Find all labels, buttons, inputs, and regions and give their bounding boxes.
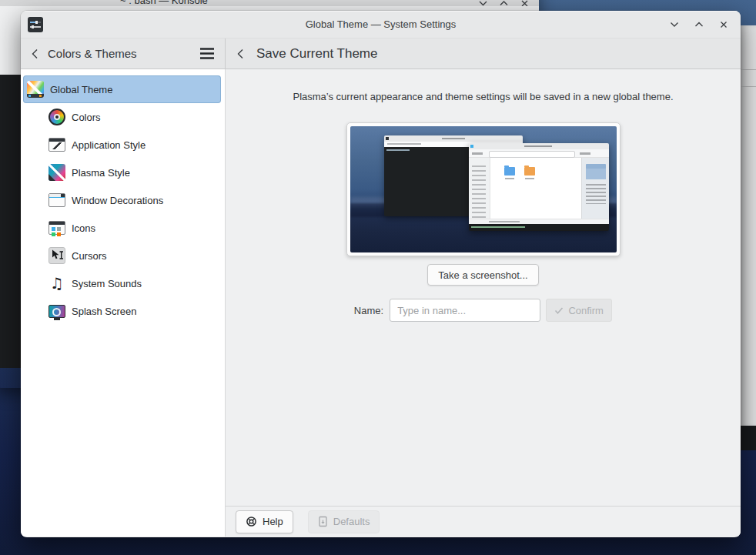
sidebar-item-application-style[interactable]: Application Style bbox=[23, 131, 221, 159]
name-label: Name: bbox=[354, 305, 383, 316]
theme-name-row: Name: Confirm bbox=[226, 299, 741, 322]
sidebar-item-plasma-style[interactable]: Plasma Style bbox=[23, 159, 221, 186]
save-theme-page: Plasma’s current appearance and theme se… bbox=[226, 69, 741, 537]
sidebar-item-label: Icons bbox=[72, 222, 95, 234]
sidebar-item-splash-screen[interactable]: Splash Screen bbox=[23, 297, 221, 325]
background-konsole-titlebar[interactable]: ~ : bash — Konsole bbox=[0, 0, 539, 6]
window-title: Global Theme — System Settings bbox=[21, 18, 741, 30]
sidebar-item-label: Colors bbox=[72, 112, 101, 123]
defaults-button-label: Defaults bbox=[333, 516, 370, 527]
sidebar-item-label: System Sounds bbox=[72, 278, 142, 289]
sidebar-item-label: Window Decorations bbox=[72, 195, 163, 206]
sidebar-item-label: Splash Screen bbox=[72, 306, 137, 317]
help-lifebuoy-icon bbox=[246, 516, 257, 527]
background-konsole-window-controls bbox=[478, 0, 530, 6]
window-controls bbox=[668, 11, 730, 38]
background-window-right-edge bbox=[739, 25, 756, 426]
page-title: Save Current Theme bbox=[256, 46, 377, 62]
background-window-divider bbox=[739, 69, 756, 70]
page-back-button[interactable] bbox=[235, 48, 247, 60]
page-description: Plasma’s current appearance and theme se… bbox=[226, 91, 741, 102]
close-icon[interactable] bbox=[718, 18, 730, 31]
sidebar-header: Colors & Themes bbox=[21, 38, 226, 69]
minimize-icon[interactable] bbox=[478, 0, 488, 6]
preview-folder-icon bbox=[504, 167, 515, 176]
system-settings-app-icon bbox=[28, 17, 43, 32]
preview-filemanager-files bbox=[490, 158, 581, 219]
sidebar-back-button[interactable] bbox=[29, 48, 42, 60]
sidebar-item-label: Global Theme bbox=[50, 84, 112, 95]
maximize-icon[interactable] bbox=[499, 0, 509, 6]
defaults-button[interactable]: Defaults bbox=[308, 510, 380, 533]
theme-preview-image bbox=[350, 126, 617, 252]
sidebar-item-label: Application Style bbox=[72, 139, 146, 151]
preview-filemanager-titlebar bbox=[469, 143, 609, 149]
sidebar-item-label: Cursors bbox=[72, 250, 107, 262]
cursors-icon bbox=[49, 247, 65, 264]
preview-filemanager-info-panel bbox=[581, 158, 609, 219]
take-screenshot-button[interactable]: Take a screenshot... bbox=[427, 264, 538, 286]
sidebar-item-global-theme[interactable]: Global Theme bbox=[23, 75, 221, 103]
window-body: Global Theme Colors Application Style Pl… bbox=[21, 69, 741, 537]
window-decorations-icon bbox=[49, 193, 65, 207]
preview-konsole-titlebar bbox=[384, 135, 523, 142]
theme-name-input[interactable] bbox=[390, 299, 540, 322]
sidebar-item-label: Plasma Style bbox=[72, 167, 130, 179]
page-header: Save Current Theme bbox=[226, 38, 741, 69]
maximize-icon[interactable] bbox=[693, 18, 705, 31]
defaults-document-icon bbox=[318, 516, 328, 527]
sidebar-header-title: Colors & Themes bbox=[48, 47, 137, 60]
minimize-icon[interactable] bbox=[668, 18, 681, 31]
splash-screen-icon bbox=[49, 305, 65, 318]
sidebar-item-colors[interactable]: Colors bbox=[23, 103, 221, 131]
close-icon[interactable] bbox=[520, 0, 530, 6]
sidebar-item-cursors[interactable]: Cursors bbox=[23, 242, 221, 269]
sidebar: Global Theme Colors Application Style Pl… bbox=[21, 69, 226, 537]
colors-icon bbox=[49, 109, 65, 125]
confirm-button[interactable]: Confirm bbox=[546, 299, 612, 322]
preview-folder-icon bbox=[524, 167, 535, 176]
window-titlebar[interactable]: Global Theme — System Settings bbox=[21, 11, 741, 38]
global-theme-icon bbox=[27, 81, 44, 98]
sidebar-item-window-decorations[interactable]: Window Decorations bbox=[23, 186, 221, 214]
sidebar-item-icons[interactable]: Icons bbox=[23, 214, 221, 242]
preview-filemanager-terminal-panel bbox=[469, 224, 609, 231]
background-window-divider bbox=[739, 86, 756, 87]
page-footer: Help Defaults bbox=[226, 506, 741, 537]
hamburger-menu-icon[interactable] bbox=[199, 46, 216, 64]
header-row: Colors & Themes Save Current Theme bbox=[21, 38, 741, 69]
help-button-label: Help bbox=[263, 516, 283, 527]
check-icon bbox=[554, 306, 564, 315]
system-settings-window: Global Theme — System Settings Colors & … bbox=[21, 11, 741, 537]
background-window-dark-band bbox=[739, 426, 756, 450]
theme-preview-frame bbox=[346, 122, 621, 256]
system-sounds-icon: ♫ bbox=[49, 275, 65, 292]
icons-icon bbox=[49, 221, 65, 235]
preview-filemanager-body bbox=[469, 158, 609, 219]
preview-filemanager-sidebar bbox=[469, 158, 490, 219]
plasma-style-icon bbox=[49, 164, 65, 181]
preview-filemanager-toolbar bbox=[469, 149, 609, 158]
confirm-button-label: Confirm bbox=[568, 305, 604, 316]
background-konsole-title: ~ : bash — Konsole bbox=[120, 0, 208, 6]
preview-filemanager-window bbox=[469, 143, 609, 231]
preview-filemanager-statusbar bbox=[469, 219, 609, 224]
application-style-icon bbox=[49, 138, 65, 152]
help-button[interactable]: Help bbox=[236, 510, 293, 533]
sidebar-item-system-sounds[interactable]: ♫ System Sounds bbox=[23, 269, 221, 297]
